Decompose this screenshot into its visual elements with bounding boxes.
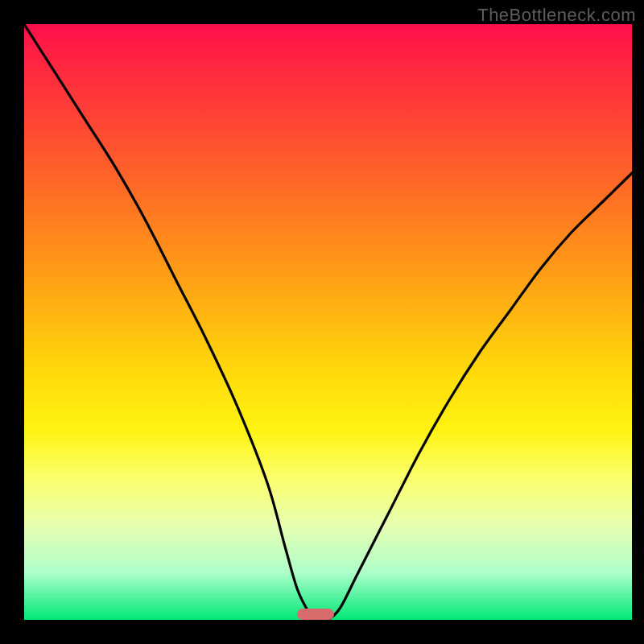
watermark-label: TheBottleneck.com <box>477 5 636 26</box>
chart-frame: TheBottleneck.com <box>0 0 644 644</box>
plot-area <box>24 24 632 620</box>
optimal-point-marker <box>297 609 334 620</box>
bottleneck-curve <box>24 24 632 620</box>
